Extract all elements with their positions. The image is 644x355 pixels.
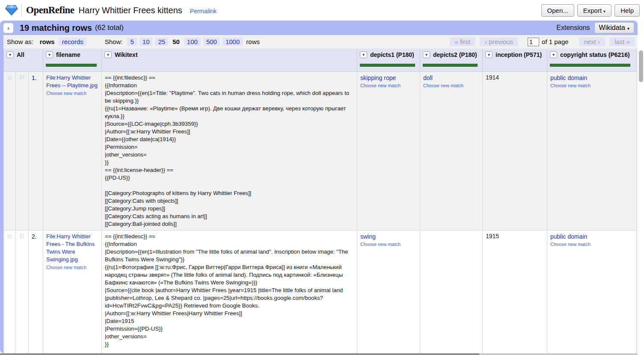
project-title: Harry Whittier Frees kittens [79,6,182,15]
permalink-link[interactable]: Permalink [190,8,217,15]
inception-column-menu-button[interactable]: ▾ [485,51,493,58]
inception-cell: 1915 [483,230,547,353]
copyright-link[interactable]: public domain [550,74,633,82]
triangle-down-icon: ▾ [488,53,490,57]
extensions-label: Extensions [556,24,590,32]
help-button[interactable]: Help [614,4,640,17]
star-icon[interactable]: ☆ [4,71,16,230]
depicts1-column-menu-button[interactable]: ▾ [360,51,367,58]
choose-new-match-link[interactable]: Choose new match [550,242,633,247]
copyright-column-menu-button[interactable]: ▾ [550,51,557,58]
wikitext-value: == {{int:filedesc}} == {{Information |De… [105,233,354,348]
total-rows-count: (62 total) [95,24,124,32]
reconciliation-progress-bar [550,64,630,67]
triangle-down-icon: ▾ [107,53,109,57]
page-size-10[interactable]: 10 [139,38,153,46]
show-as-records[interactable]: records [59,38,86,46]
column-header-filename: ▾ filename [43,49,102,71]
page-size-25[interactable]: 25 [155,38,168,46]
top-bar: OpenRefine Harry Whittier Frees kittens … [0,0,644,21]
column-header-wikitext: ▾ Wikitext [102,49,357,71]
depicts2-column-menu-button[interactable]: ▾ [423,51,430,58]
filename-link[interactable]: File:Harry Whittier Frees -- Playtime.jp… [46,74,98,89]
depicts1-link[interactable]: swing [360,233,417,240]
triangle-down-icon: ▾ [425,53,427,57]
choose-new-match-link[interactable]: Choose new match [550,83,633,88]
of-page-label: of 1 page [542,38,569,45]
all-column-menu-button[interactable]: ▾ [6,51,14,58]
page-size-500[interactable]: 500 [203,38,220,46]
export-button[interactable]: Export▾ [577,4,611,17]
triangle-down-icon: ▾ [362,53,365,57]
logo-divider [21,3,22,17]
last-page-button[interactable]: last » [609,37,635,46]
show-as-label: Show as: [7,38,33,45]
flag-icon[interactable]: ⚐ [16,230,29,353]
chevron-down-icon: ▾ [627,26,629,31]
star-icon[interactable]: ☆ [4,230,16,353]
depicts1-cell: swing Choose new match [357,230,420,353]
pagination: « first ‹ previous of 1 page next › last… [445,37,635,46]
choose-new-match-link[interactable]: Choose new match [360,242,417,247]
choose-new-match-link[interactable]: Choose new match [360,83,417,88]
choose-new-match-link[interactable]: Choose new match [46,91,98,96]
reconciliation-progress-bar [423,64,478,67]
row-index: 2. [29,230,43,353]
column-header-copyright: ▾ copyright status (P6216) [547,49,637,71]
open-button[interactable]: Open... [541,4,574,17]
depicts1-cell: skipping rope Choose new match [357,71,420,230]
matching-rows-count: 19 matching rows [20,23,92,33]
depicts2-cell [420,230,483,353]
choose-new-match-link[interactable]: Choose new match [46,265,98,270]
previous-page-button[interactable]: ‹ previous [480,37,518,46]
row-index: 1. [29,71,43,230]
triangle-down-icon: ▾ [9,53,11,57]
column-header-depicts1: ▾ depicts1 (P180) [357,49,420,71]
summary-right: Extensions Wikidata▾ [556,22,634,33]
copyright-link[interactable]: public domain [550,233,633,240]
view-controls: Show as: rows records Show: 5 10 25 50 1… [3,35,638,48]
vertical-scrollbar[interactable] [638,48,644,355]
show-label: Show: [105,38,123,45]
openrefine-diamond-icon [5,5,18,16]
copyright-cell: public domain Choose new match [547,230,637,353]
choose-new-match-link[interactable]: Choose new match [423,83,479,88]
wikitext-cell: == {{int:filedesc}} == {{Information |De… [102,230,357,353]
page-size-5[interactable]: 5 [127,38,137,46]
first-page-button[interactable]: « first [450,37,476,46]
page-size-100[interactable]: 100 [184,38,201,46]
main-panel: › 19 matching rows (62 total) Extensions… [0,21,638,353]
table-row: ☆ ⚐ 1. File:Harry Whittier Frees -- Play… [4,71,637,230]
horizontal-scrollbar[interactable] [0,353,638,355]
page-size-50[interactable]: 50 [171,38,181,46]
inception-value: 1914 [486,74,499,81]
vertical-scrollbar-thumb[interactable] [639,50,643,82]
rows-suffix-label: rows [246,38,260,45]
page-size-1000[interactable]: 1000 [223,38,243,46]
page-number-input[interactable] [528,38,539,46]
expand-facets-button[interactable]: › [3,23,13,33]
wikidata-extension-button[interactable]: Wikidata▾ [594,22,634,33]
horizontal-scrollbar-thumb[interactable] [0,353,479,355]
topbar-buttons: Open... Export▾ Help [541,4,640,17]
data-grid: ▾ All ▾ filename [3,49,637,353]
filename-link[interactable]: File:Harry Whittier Frees - The Bufkins … [46,233,98,263]
show-as-rows[interactable]: rows [38,38,56,46]
triangle-down-icon: ▾ [552,53,555,57]
depicts2-cell: doll Choose new match [420,71,483,230]
filename-cell: File:Harry Whittier Frees -- Playtime.jp… [43,71,102,230]
depicts1-link[interactable]: skipping rope [360,74,417,82]
triangle-down-icon: ▾ [48,53,50,57]
next-page-button[interactable]: next › [579,37,605,46]
wikitext-column-menu-button[interactable]: ▾ [104,51,112,58]
reconciliation-progress-bar [46,64,97,67]
table-row: ☆ ⚐ 2. File:Harry Whittier Frees - The B… [4,230,637,353]
filename-column-menu-button[interactable]: ▾ [46,51,53,58]
wikitext-value: == {{int:filedesc}} == {{Information |De… [105,74,354,228]
openrefine-app: OpenRefine Harry Whittier Frees kittens … [0,0,644,355]
header-row: ▾ All ▾ filename [4,49,637,71]
column-header-all: ▾ All [4,49,43,71]
depicts2-link[interactable]: doll [423,74,479,82]
flag-icon[interactable]: ⚐ [16,71,29,230]
summary-bar: › 19 matching rows (62 total) Extensions… [0,21,638,35]
